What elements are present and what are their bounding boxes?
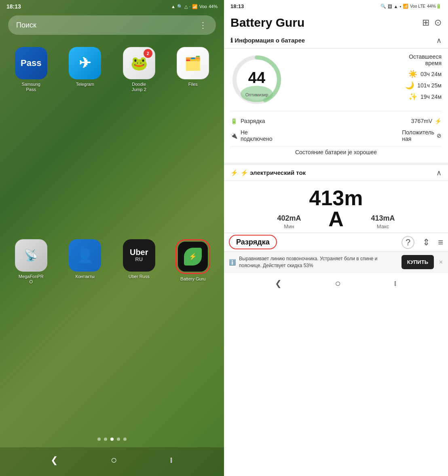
status-bar-right: 18:13 🔍 🖼 ▲ • 📶 Voo LTE 44%🔋 [224,0,448,11]
current-max-value: 413mA [371,214,395,223]
dot-icon: · [189,4,190,9]
remaining-time-section: Оставшеесявремя ☀️ 03ч 24м 🌙 101ч 25м ✨ … [290,53,442,104]
ad-banner: ℹ️ Выравнивает линию позвоночника. Устра… [224,251,448,272]
app-samsung-pass[interactable]: Pass SamsungPass [8,47,54,231]
status-icons-left: ▲ 🔍 △ · 📶 Voo 44% [171,4,218,9]
home-button-left[interactable]: ○ [111,454,117,466]
doodle-jump-label: DoodleJump 2 [132,82,146,92]
bottom-tabs-row: Разрядка ? ⇕ ≡ [224,233,448,251]
app-telegram[interactable]: ✈ Telegram [62,47,108,231]
header-icons: ⊞ ⊙ [422,17,442,28]
search-menu-icon[interactable]: ⋮ [199,20,208,30]
ad-buy-button[interactable]: КУПИТЬ [402,255,434,269]
tab-icons: ? ⇕ ≡ [317,236,448,249]
dot-5 [123,438,127,441]
nav-bar-left: ❮ ○ ⫿ [0,447,224,476]
battery-status-text: Оптимизир [245,92,268,97]
app-files[interactable]: 🗂️ Files [170,47,216,231]
search-icon-right: 🔍 [380,4,386,9]
electric-section-header[interactable]: ⚡ ⚡ электрический ток ∧ [224,165,448,181]
media-icon-right: 🖼 [388,4,392,9]
info-rows: 🔋 Разрядка 3767mV ⚡ 🔌 Неподключено Полож… [230,111,442,158]
app-contacts[interactable]: 👤 Контакты [62,239,108,423]
current-display: 402mA Мин 413mА 413mA Макс [224,181,448,233]
electric-collapse-icon[interactable]: ∧ [436,168,442,177]
sun-icon: ☀️ [408,70,417,79]
tab-discharge[interactable]: Разрядка [224,235,317,250]
search-bar[interactable]: Поиск ⋮ [8,15,216,35]
time-star: 19ч 24м [421,94,442,100]
ad-text: Выравнивает линию позвоночника. Устраняе… [239,255,398,269]
time-row-star: ✨ 19ч 24м [290,92,442,101]
dot-3 [110,438,114,441]
contacts-label: Контакты [75,274,95,279]
nav-bar-right: ❮ ○ ⫿ [224,272,448,297]
status-icons-right: 🔍 🖼 ▲ • 📶 Voo LTE 44%🔋 [380,4,442,9]
battery-info-section: 44 Оптимизир Оставшеесявремя ☀️ 03ч 24м … [224,49,448,163]
current-min-section: 402mA Мин [277,214,301,230]
current-min-label: Мин [277,223,301,230]
wifi-left: 📶 [192,4,198,9]
back-button-right[interactable]: ❮ [275,278,282,288]
uber-label: Uber Russ [129,274,150,279]
battery-right: 44%🔋 [427,4,442,9]
signal-icon-left: ▲ [171,4,175,9]
dot-1 [97,438,101,441]
noti-icon: △ [184,4,188,9]
battery-icon: 🔋 [230,118,237,124]
battery-section-title: ℹ Информация о батарее [230,37,305,44]
signal-right: Voo LTE [410,4,425,8]
app-megafon[interactable]: 📡 MegaFonPRO [8,239,54,423]
app-doodle-jump[interactable]: 🐸 2 DoodleJump 2 [116,47,162,231]
info-row-connection: 🔌 Неподключено Положительная ⊘ [230,127,442,144]
discharge-label: 🔋 Разрядка [230,118,265,124]
right-panel: 18:13 🔍 🖼 ▲ • 📶 Voo LTE 44%🔋 Battery Gur… [224,0,448,476]
current-main-section: 413mА [309,187,363,230]
ad-info-icon: ℹ️ [229,259,236,266]
search-label: Поиск [16,21,36,30]
help-tab-icon[interactable]: ? [402,236,414,249]
app-uber[interactable]: Uber RU Uber Russ [116,239,162,423]
megafon-label: MegaFonPRO [19,274,44,285]
battery-guru-icon-img: ⚡ [178,242,208,272]
left-panel: 18:13 ▲ 🔍 △ · 📶 Voo 44% Поиск ⋮ Pass Sam… [0,0,224,476]
battery-section-collapse-icon[interactable]: ∧ [436,36,442,45]
recent-button-right[interactable]: ⫿ [394,280,397,287]
plug-icon: 🔌 [230,132,237,139]
files-icon-img: 🗂️ [177,47,209,79]
info-row-discharge: 🔋 Разрядка 3767mV ⚡ [230,115,442,127]
grid-icon[interactable]: ⊞ [422,17,429,28]
back-button-left[interactable]: ❮ [51,455,58,465]
discharge-value: 3767mV ⚡ [411,118,442,124]
dot-4 [117,438,120,441]
wifi-right: 📶 [403,4,408,9]
connection-value: Положительная ⊘ [402,129,442,142]
telegram-label: Telegram [76,82,94,87]
battery-guru-leaf-icon: ⚡ [184,248,202,266]
dot-2 [104,438,107,441]
files-label: Files [188,82,198,87]
time-left: 18:13 [6,3,21,10]
time-row-sun: ☀️ 03ч 24м [290,70,442,79]
menu-tab-icon[interactable]: ≡ [438,237,443,248]
battery-health-status: Состояние батареи је хорошее [230,146,442,158]
electric-section-title: ⚡ ⚡ электрический ток [230,169,306,176]
uber-icon-img: Uber RU [123,239,155,272]
app-battery-guru[interactable]: ⚡ Battery Guru [170,239,216,423]
battery-percent: 44 [248,69,265,87]
connection-label: 🔌 Неподключено [230,129,272,142]
bolt-section-icon: ⚡ [230,169,238,176]
doodle-jump-icon-img: 🐸 2 [123,47,155,79]
ad-close-icon[interactable]: ✕ [439,259,443,265]
recent-button-left[interactable]: ⫿ [170,456,173,464]
battery-guru-label: Battery Guru [180,276,205,282]
apps-grid: Pass SamsungPass ✈ Telegram 🐸 2 DoodleJu… [0,39,224,431]
battery-section-header[interactable]: ℹ Информация о батарее ∧ [224,33,448,49]
settings-tab-icon[interactable]: ⇕ [423,237,430,248]
battery-main: 44 Оптимизир Оставшеесявремя ☀️ 03ч 24м … [230,53,442,106]
settings-header-icon[interactable]: ⊙ [434,17,442,28]
megafon-icon-img: 📡 [15,239,47,272]
home-button-right[interactable]: ○ [335,278,341,289]
contacts-icon-img: 👤 [69,239,101,272]
noti-icon-right: ▲ [394,4,398,9]
